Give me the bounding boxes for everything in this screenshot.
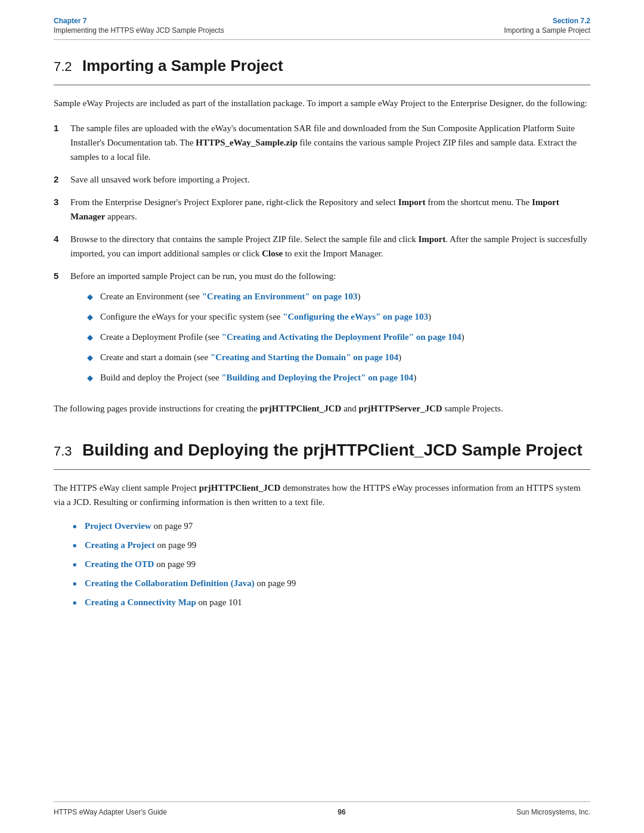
page-footer: HTTPS eWay Adapter User's Guide 96 Sun M… — [54, 801, 590, 816]
header-chapter-label: Chapter 7 — [54, 17, 224, 25]
sq-bullet-3: ■ Creating the OTD on page 99 — [73, 557, 590, 571]
step-3: 3 From the Enterprise Designer's Project… — [54, 195, 590, 224]
sq-bullet-2-icon: ■ — [73, 541, 79, 550]
link-project-overview[interactable]: Project Overview — [85, 521, 151, 531]
section-73-number: 7.3 — [54, 444, 75, 459]
step-3-bold2: Import Manager — [70, 197, 559, 221]
step-2: 2 Save all unsaved work before importing… — [54, 172, 590, 187]
sq-bullet-5: ■ Creating a Connectivity Map on page 10… — [73, 595, 590, 609]
sq-bullet-5-icon: ■ — [73, 598, 79, 608]
bullet-1: ◆ Create an Environment (see "Creating a… — [87, 289, 590, 304]
page-header: Chapter 7 Implementing the HTTPS eWay JC… — [0, 0, 644, 35]
bullet-4: ◆ Create and start a domain (see "Creati… — [87, 350, 590, 364]
bullet-5-icon: ◆ — [87, 372, 94, 385]
sq-bullet-4-icon: ■ — [73, 579, 79, 589]
link-building-deploying-project[interactable]: "Building and Deploying the Project" on … — [221, 373, 413, 382]
step-5-bullets: ◆ Create an Environment (see "Creating a… — [87, 289, 590, 385]
bullet-5-text: Build and deploy the Project (see "Build… — [100, 370, 590, 385]
section-72-intro: Sample eWay Projects are included as par… — [54, 96, 590, 110]
step-1-content: The sample files are uploaded with the e… — [70, 121, 590, 164]
page-container: Chapter 7 Implementing the HTTPS eWay JC… — [0, 0, 644, 833]
section-73: 7.3 Building and Deploying the prjHTTPCl… — [54, 441, 590, 609]
bullet-3: ◆ Create a Deployment Profile (see "Crea… — [87, 330, 590, 344]
main-content: 7.2 Importing a Sample Project Sample eW… — [0, 57, 644, 609]
sq-bullet-1-icon: ■ — [73, 522, 79, 531]
following-pages-text: The following pages provide instructions… — [54, 401, 590, 416]
step-2-num: 2 — [54, 172, 64, 187]
bullet-2-icon: ◆ — [87, 311, 94, 324]
step-2-content: Save all unsaved work before importing a… — [70, 172, 590, 187]
numbered-list: 1 The sample files are uploaded with the… — [54, 121, 590, 391]
step-3-bold1: Import — [398, 197, 426, 207]
step-4: 4 Browse to the directory that contains … — [54, 232, 590, 261]
header-section-subtitle: Importing a Sample Project — [504, 26, 590, 35]
step-3-num: 3 — [54, 195, 64, 209]
link-creating-deployment-profile[interactable]: "Creating and Activating the Deployment … — [222, 332, 462, 342]
section-73-heading: Building and Deploying the prjHTTPClient… — [82, 441, 583, 460]
section-73-bold-project: prjHTTPClient_JCD — [199, 483, 281, 493]
step-5-content: Before an imported sample Project can be… — [70, 269, 590, 391]
step-4-bold2: Close — [262, 249, 283, 258]
bullet-3-text: Create a Deployment Profile (see "Creati… — [100, 330, 590, 344]
sq-bullet-4-text: Creating the Collaboration Definition (J… — [85, 576, 590, 590]
sq-bullet-3-icon: ■ — [73, 560, 79, 569]
section-72-number: 7.2 — [54, 59, 75, 75]
link-creating-starting-domain[interactable]: "Creating and Starting the Domain" on pa… — [210, 352, 398, 362]
link-creating-environment[interactable]: "Creating an Environment" on page 103 — [202, 292, 358, 301]
link-creating-connectivity-map[interactable]: Creating a Connectivity Map — [85, 597, 196, 607]
sq-bullet-1-text: Project Overview on page 97 — [85, 519, 590, 533]
sq-bullet-1: ■ Project Overview on page 97 — [73, 519, 590, 533]
link-creating-project[interactable]: Creating a Project — [85, 540, 155, 550]
following-project2: prjHTTPServer_JCD — [359, 404, 442, 413]
bullet-5: ◆ Build and deploy the Project (see "Bui… — [87, 370, 590, 385]
footer-page-number: 96 — [338, 808, 345, 816]
link-creating-otd[interactable]: Creating the OTD — [85, 559, 154, 569]
step-4-bold1: Import — [418, 234, 445, 244]
section-73-title-row: 7.3 Building and Deploying the prjHTTPCl… — [54, 441, 590, 460]
sq-bullet-2-text: Creating a Project on page 99 — [85, 538, 590, 552]
step-3-content: From the Enterprise Designer's Project E… — [70, 195, 590, 224]
bullet-1-icon: ◆ — [87, 291, 94, 304]
step-1-num: 1 — [54, 121, 64, 135]
bullet-4-icon: ◆ — [87, 352, 94, 364]
step-5: 5 Before an imported sample Project can … — [54, 269, 590, 391]
footer-right-text: Sun Microsystems, Inc. — [516, 808, 590, 816]
sq-bullet-5-text: Creating a Connectivity Map on page 101 — [85, 595, 590, 609]
header-section-label: Section 7.2 — [553, 17, 590, 25]
section-73-rule — [54, 469, 590, 470]
header-right: Section 7.2 Importing a Sample Project — [504, 17, 590, 35]
section-73-intro: The HTTPS eWay client sample Project prj… — [54, 481, 590, 509]
step-4-content: Browse to the directory that contains th… — [70, 232, 590, 261]
bullet-3-icon: ◆ — [87, 332, 94, 344]
step-4-num: 4 — [54, 232, 64, 246]
section-72-title-row: 7.2 Importing a Sample Project — [54, 57, 590, 75]
footer-left-text: HTTPS eWay Adapter User's Guide — [54, 808, 167, 816]
header-left: Chapter 7 Implementing the HTTPS eWay JC… — [54, 17, 224, 35]
step-1-bold: HTTPS_eWay_Sample.zip — [196, 138, 297, 147]
step-1: 1 The sample files are uploaded with the… — [54, 121, 590, 164]
following-project1: prjHTTPClient_JCD — [260, 404, 342, 413]
bullet-2-text: Configure the eWays for your specific sy… — [100, 309, 590, 324]
section-72-rule — [54, 85, 590, 85]
bullet-4-text: Create and start a domain (see "Creating… — [100, 350, 590, 364]
header-chapter-subtitle: Implementing the HTTPS eWay JCD Sample P… — [54, 26, 224, 35]
header-rule — [54, 39, 590, 40]
link-configuring-eways[interactable]: "Configuring the eWays" on page 103 — [283, 312, 428, 321]
link-creating-collaboration[interactable]: Creating the Collaboration Definition (J… — [85, 578, 255, 588]
step-5-num: 5 — [54, 269, 64, 283]
bullet-2: ◆ Configure the eWays for your specific … — [87, 309, 590, 324]
section-73-bullets: ■ Project Overview on page 97 ■ Creating… — [73, 519, 590, 609]
sq-bullet-3-text: Creating the OTD on page 99 — [85, 557, 590, 571]
bullet-1-text: Create an Environment (see "Creating an … — [100, 289, 590, 304]
sq-bullet-4: ■ Creating the Collaboration Definition … — [73, 576, 590, 590]
sq-bullet-2: ■ Creating a Project on page 99 — [73, 538, 590, 552]
section-72-heading: Importing a Sample Project — [82, 57, 283, 75]
